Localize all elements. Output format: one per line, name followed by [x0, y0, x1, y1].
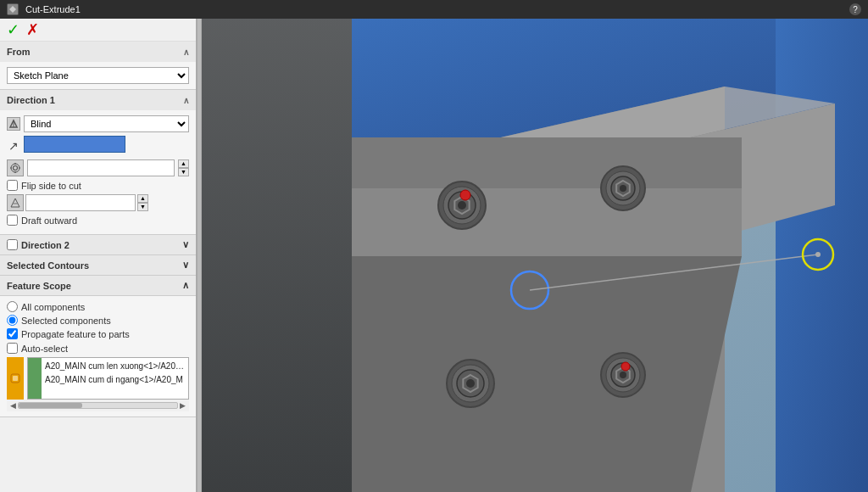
scroll-right-button[interactable]: ▶ — [180, 401, 186, 410]
main-content: ✓ ✗ From ∧ Sketch Plane Surface/Face/Pla… — [0, 19, 868, 492]
svg-point-27 — [460, 190, 470, 200]
from-section-content: Sketch Plane Surface/Face/Plane Vertex O… — [0, 62, 196, 89]
help-button[interactable]: ? — [849, 3, 861, 15]
draft-outward-label: Draft outward — [21, 215, 77, 226]
direction1-type-select[interactable]: Blind Through All Through All - Both Up … — [24, 115, 189, 132]
component-list[interactable]: A20_MAIN cum len xuong<1>/A20_M A20_MAIN… — [27, 357, 189, 400]
selected-contours-label: Selected Contours — [7, 260, 89, 271]
direction1-section: Direction 1 ∧ Blind Through All Thr — [0, 90, 196, 235]
svg-marker-19 — [352, 256, 742, 492]
selected-components-radio[interactable] — [7, 315, 18, 326]
svg-rect-11 — [13, 376, 18, 381]
svg-point-37 — [466, 379, 475, 388]
svg-marker-13 — [202, 19, 352, 492]
direction1-flip-arrow[interactable]: ↗ — [7, 139, 20, 153]
svg-marker-21 — [352, 137, 742, 188]
auto-select-checkbox[interactable] — [7, 343, 18, 354]
left-panel: ✓ ✗ From ∧ Sketch Plane Surface/Face/Pla… — [0, 19, 197, 492]
scroll-left-button[interactable]: ◀ — [10, 401, 16, 410]
svg-point-43 — [621, 362, 630, 371]
draft-angle-down[interactable]: ▼ — [137, 203, 148, 211]
all-components-label: All components — [21, 302, 85, 312]
selected-components-label: Selected components — [21, 316, 111, 326]
auto-select-row: Auto-select — [7, 343, 189, 354]
scroll-track[interactable] — [18, 402, 178, 409]
ok-button[interactable]: ✓ — [7, 22, 19, 37]
component-list-icon — [7, 357, 24, 400]
direction1-type-row: Blind Through All Through All - Both Up … — [7, 115, 189, 132]
from-chevron-up: ∧ — [183, 48, 189, 57]
dialog-title: Cut-Extrude1 — [25, 4, 81, 14]
confirm-buttons: ✓ ✗ — [0, 19, 196, 42]
svg-point-4 — [11, 164, 19, 172]
propagate-feature-row: Propagate feature to parts — [7, 328, 189, 339]
from-section-header[interactable]: From ∧ — [0, 42, 196, 62]
scroll-thumb — [19, 403, 82, 408]
from-label: From — [7, 47, 31, 57]
draft-outward-row: Draft outward — [7, 215, 189, 226]
direction2-checkbox[interactable] — [7, 239, 18, 250]
propagate-feature-checkbox[interactable] — [7, 328, 18, 339]
svg-point-42 — [620, 372, 626, 378]
svg-point-47 — [815, 252, 821, 257]
list-item: A20_MAIN cum di ngang<1>/A20_M — [45, 373, 185, 387]
3d-scene — [202, 19, 868, 492]
from-section: From ∧ Sketch Plane Surface/Face/Plane V… — [0, 42, 196, 90]
feature-scope-content: All components Selected components Propa… — [0, 296, 196, 417]
svg-marker-20 — [352, 188, 742, 256]
feature-scope-section: Feature Scope ∧ All components Selected … — [0, 276, 196, 417]
direction1-chevron-up: ∧ — [183, 96, 189, 105]
direction1-preview-box — [24, 136, 125, 153]
feature-scope-label: Feature Scope — [7, 281, 71, 291]
depth-input[interactable]: 60.00mm — [27, 159, 175, 176]
auto-select-label: Auto-select — [21, 344, 68, 354]
svg-point-32 — [620, 185, 626, 192]
title-bar: Cut-Extrude1 ? — [0, 0, 868, 19]
depth-spinner-down[interactable]: ▼ — [178, 168, 189, 176]
flip-side-row: Flip side to cut — [7, 180, 189, 191]
flip-side-label: Flip side to cut — [21, 181, 81, 191]
selected-components-row: Selected components — [7, 315, 189, 326]
draft-outward-checkbox[interactable] — [7, 215, 18, 226]
direction2-label: Direction 2 — [21, 240, 70, 250]
direction2-toggle-row: Direction 2 — [7, 239, 70, 250]
direction1-depth-row: 60.00mm ▲ ▼ — [7, 159, 189, 176]
depth-spinner: ▲ ▼ — [178, 159, 189, 176]
all-components-row: All components — [7, 301, 189, 312]
svg-point-3 — [14, 166, 18, 171]
propagate-feature-label: Propagate feature to parts — [21, 329, 130, 339]
direction2-chevron: ∨ — [182, 239, 189, 250]
draft-angle-row: ▲ ▼ — [7, 194, 189, 211]
draft-angle-up[interactable]: ▲ — [137, 194, 148, 203]
all-components-radio[interactable] — [7, 301, 18, 312]
svg-point-26 — [458, 201, 466, 210]
list-item: A20_MAIN cum len xuong<1>/A20_M — [45, 360, 185, 373]
direction2-section[interactable]: Direction 2 ∨ — [0, 235, 196, 255]
depth-spinner-up[interactable]: ▲ — [178, 159, 189, 168]
direction1-section-header[interactable]: Direction 1 ∧ — [0, 90, 196, 110]
component-scrollbar: ◀ ▶ — [7, 400, 189, 411]
app-icon — [7, 3, 19, 15]
component-list-items: A20_MAIN cum len xuong<1>/A20_M A20_MAIN… — [42, 358, 188, 399]
feature-scope-header[interactable]: Feature Scope ∧ — [0, 276, 196, 296]
selected-contours-chevron: ∨ — [182, 260, 189, 271]
cancel-button[interactable]: ✗ — [26, 22, 39, 37]
direction1-label: Direction 1 — [7, 95, 55, 105]
draft-angle-input[interactable] — [25, 194, 136, 211]
draft-angle-spinner: ▲ ▼ — [137, 194, 148, 211]
flip-side-checkbox[interactable] — [7, 180, 18, 191]
selected-contours-section[interactable]: Selected Contours ∨ — [0, 255, 196, 276]
direction1-section-content: Blind Through All Through All - Both Up … — [0, 110, 196, 234]
component-list-sidebar — [28, 358, 42, 399]
direction1-arrow-row: ↗ — [7, 136, 189, 156]
svg-marker-15 — [776, 19, 868, 492]
draft-icon — [7, 194, 24, 211]
feature-scope-chevron: ∧ — [182, 280, 189, 291]
viewport[interactable] — [202, 19, 868, 492]
direction1-type-icon — [7, 117, 20, 131]
depth-icon — [7, 159, 24, 176]
from-select[interactable]: Sketch Plane Surface/Face/Plane Vertex O… — [7, 67, 189, 84]
